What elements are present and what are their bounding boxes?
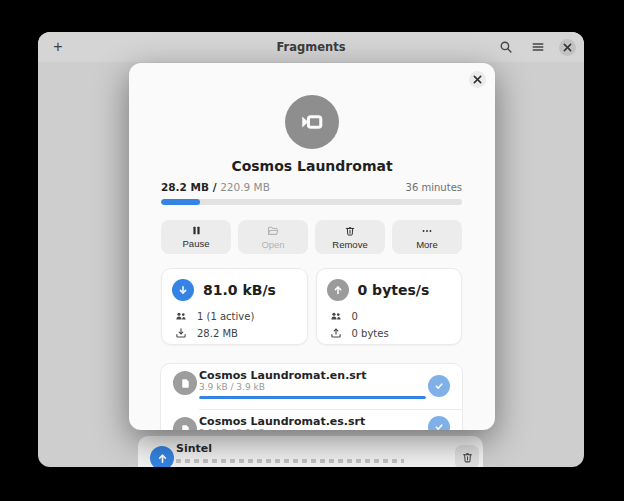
torrent-details-dialog: Cosmos Laundromat 28.2 MB / 220.9 MB 36 … (129, 63, 495, 430)
upload-badge (327, 279, 349, 301)
progress-labels: 28.2 MB / 220.9 MB 36 minutes (161, 181, 462, 194)
download-tray-icon (175, 327, 187, 339)
download-stats-card: 81.0 kB/s 1 (1 active) (161, 268, 308, 345)
check-icon (433, 421, 445, 430)
file-icon (179, 377, 192, 390)
more-button[interactable]: More (392, 220, 462, 254)
peers-icon (330, 310, 342, 322)
download-progressbar (161, 199, 462, 205)
remove-label: Remove (332, 239, 367, 250)
pause-icon (191, 225, 202, 236)
transfer-stats: 81.0 kB/s 1 (1 active) (161, 268, 462, 345)
arrow-down-icon (177, 284, 189, 296)
pause-label: Pause (183, 238, 210, 249)
download-progressbar-fill (161, 199, 200, 205)
peers-icon (175, 310, 187, 322)
upload-tray-icon (330, 327, 342, 339)
file-row[interactable]: Cosmos Laundromat.en.srt 3.9 kB / 3.9 kB (161, 364, 462, 409)
remove-button[interactable]: Remove (315, 220, 385, 254)
pause-button[interactable]: Pause (161, 220, 231, 254)
file-size: 3.9 kB / 3.9 kB (199, 382, 265, 392)
titlebar-actions (495, 32, 576, 62)
arrow-up-icon (332, 284, 344, 296)
file-row[interactable]: Cosmos Laundromat.es.srt 3.9 kB / 3.9 kB (161, 410, 462, 430)
file-name: Cosmos Laundromat.es.srt (199, 415, 365, 428)
file-icon (179, 423, 192, 431)
upload-speed: 0 bytes/s (358, 282, 430, 298)
check-icon (433, 380, 445, 392)
window-close-button[interactable] (559, 39, 576, 56)
torrent-status-clipped (176, 459, 404, 463)
search-icon (499, 40, 513, 54)
download-badge (172, 279, 194, 301)
titlebar: + Fragments (38, 32, 584, 62)
remove-torrent-button[interactable] (455, 445, 479, 467)
file-name: Cosmos Laundromat.en.srt (199, 369, 367, 382)
torrent-title: Cosmos Laundromat (129, 158, 495, 174)
ellipsis-icon (421, 225, 433, 237)
upload-direction-badge (150, 446, 174, 467)
total-size: 220.9 MB (220, 181, 270, 193)
download-speed: 81.0 kB/s (203, 282, 276, 298)
file-complete-toggle[interactable] (428, 416, 450, 430)
file-type-badge (173, 417, 197, 430)
menu-icon (531, 40, 545, 54)
search-button[interactable] (495, 36, 517, 58)
arrow-up-icon (156, 452, 169, 465)
video-camera-icon (299, 109, 325, 135)
torrent-name: Sintel (176, 442, 212, 455)
torrent-row-sintel[interactable]: Sintel (138, 436, 483, 467)
action-buttons: Pause Open (161, 220, 462, 254)
upload-peers: 0 (352, 311, 358, 322)
upload-stats-card: 0 bytes/s 0 (316, 268, 463, 345)
file-progressbar-fill (199, 396, 426, 399)
open-label: Open (261, 239, 284, 250)
eta-label: 36 minutes (406, 182, 462, 193)
download-peers: 1 (1 active) (197, 311, 254, 322)
progress-separator: / (209, 181, 220, 193)
download-transferred: 28.2 MB (197, 328, 238, 339)
window-close-icon (563, 43, 572, 52)
file-progressbar (199, 396, 426, 399)
open-button[interactable]: Open (238, 220, 308, 254)
folder-open-icon (267, 225, 279, 237)
dialog-close-button[interactable] (469, 71, 486, 88)
trash-icon (461, 451, 474, 464)
downloaded-amount: 28.2 MB (161, 181, 209, 193)
upload-transferred: 0 bytes (352, 328, 389, 339)
file-size: 3.9 kB / 3.9 kB (199, 428, 265, 430)
files-list: Cosmos Laundromat.en.srt 3.9 kB / 3.9 kB (160, 363, 463, 430)
more-label: More (416, 239, 438, 250)
torrent-type-badge (285, 95, 339, 149)
desktop-background: + Fragments (0, 0, 624, 501)
close-icon (473, 75, 482, 84)
main-menu-button[interactable] (527, 36, 549, 58)
file-type-badge (173, 371, 197, 395)
file-complete-toggle[interactable] (428, 375, 450, 397)
trash-icon (344, 225, 356, 237)
